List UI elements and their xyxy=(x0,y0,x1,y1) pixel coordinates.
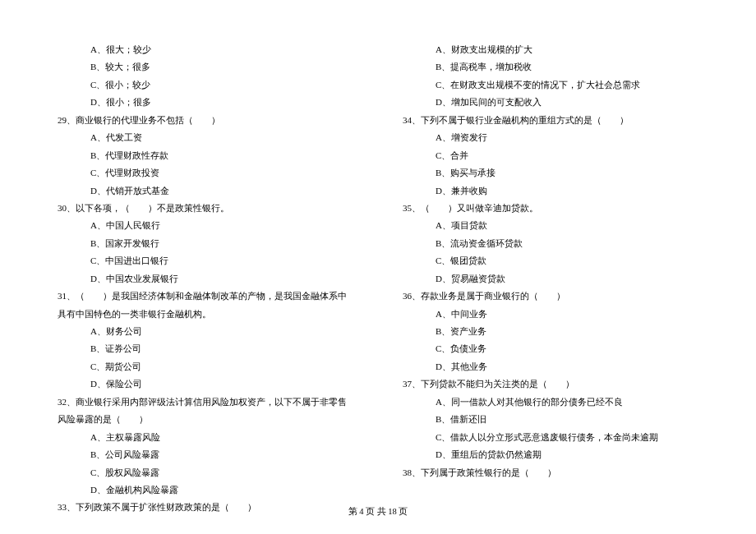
q32-option-b: B、公司风险暴露 xyxy=(58,446,353,463)
right-column: A、财政支出规模的扩大 B、提高税率，增加税收 C、在财政支出规模不变的情况下，… xyxy=(403,41,698,517)
q28-option-d: D、很小；很多 xyxy=(58,94,353,111)
q28-option-b: B、较大；很多 xyxy=(58,58,353,76)
q36-option-d: D、其他业务 xyxy=(403,358,698,375)
q31-option-a: A、财务公司 xyxy=(58,323,353,340)
q34-stem: 34、下列不属于银行业金融机构的重组方式的是（ ） xyxy=(403,112,698,129)
q29-stem: 29、商业银行的代理业务不包括（ ） xyxy=(58,112,353,129)
content-columns: A、很大；较少 B、较大；很多 C、很小；较少 D、很小；很多 29、商业银行的… xyxy=(58,41,698,517)
q31-option-d: D、保险公司 xyxy=(58,375,353,393)
q31-option-b: B、证券公司 xyxy=(58,340,353,357)
q34-option-a: A、增资发行 xyxy=(403,129,698,146)
q30-option-c: C、中国进出口银行 xyxy=(58,252,353,269)
q33-option-a: A、财政支出规模的扩大 xyxy=(403,41,698,58)
q28-option-c: C、很小；较少 xyxy=(58,76,353,94)
q30-stem: 30、以下各项，（ ）不是政策性银行。 xyxy=(58,200,353,217)
q29-option-b: B、代理财政性存款 xyxy=(58,147,353,164)
q36-option-c: C、负债业务 xyxy=(403,340,698,357)
q35-option-b: B、流动资金循环贷款 xyxy=(403,235,698,252)
q30-option-a: A、中国人民银行 xyxy=(58,217,353,234)
q29-option-c: C、代理财政投资 xyxy=(58,164,353,182)
q37-option-d: D、重组后的贷款仍然逾期 xyxy=(403,446,698,463)
q37-option-b: B、借新还旧 xyxy=(403,411,698,428)
q36-option-b: B、资产业务 xyxy=(403,323,698,340)
q35-option-a: A、项目贷款 xyxy=(403,217,698,234)
q32-stem: 32、商业银行采用内部评级法计算信用风险加权资产，以下不属于非零售风险暴露的是（… xyxy=(58,394,353,429)
q32-option-d: D、金融机构风险暴露 xyxy=(58,481,353,499)
q34-option-b: B、购买与承接 xyxy=(403,164,698,182)
q35-stem: 35、（ ）又叫做辛迪加贷款。 xyxy=(403,200,698,217)
q35-option-d: D、贸易融资贷款 xyxy=(403,270,698,288)
q36-stem: 36、存款业务是属于商业银行的（ ） xyxy=(403,288,698,305)
q32-option-a: A、主权暴露风险 xyxy=(58,429,353,446)
q31-stem: 31、（ ）是我国经济体制和金融体制改革的产物，是我国金融体系中具有中国特色的一… xyxy=(58,288,353,323)
q30-option-d: D、中国农业发展银行 xyxy=(58,270,353,288)
q36-option-a: A、中间业务 xyxy=(403,306,698,323)
q37-option-c: C、借款人以分立形式恶意逃废银行债务，本金尚未逾期 xyxy=(403,429,698,446)
q37-stem: 37、下列贷款不能归为关注类的是（ ） xyxy=(403,375,698,393)
q30-option-b: B、国家开发银行 xyxy=(58,235,353,252)
left-column: A、很大；较少 B、较大；很多 C、很小；较少 D、很小；很多 29、商业银行的… xyxy=(58,41,353,517)
q35-option-c: C、银团贷款 xyxy=(403,252,698,269)
q38-stem: 38、下列属于政策性银行的是（ ） xyxy=(403,464,698,481)
q29-option-d: D、代销开放式基金 xyxy=(58,182,353,200)
q29-option-a: A、代发工资 xyxy=(58,129,353,146)
q34-option-c: C、合并 xyxy=(403,147,698,164)
q28-option-a: A、很大；较少 xyxy=(58,41,353,58)
q31-option-c: C、期货公司 xyxy=(58,358,353,375)
q33-option-b: B、提高税率，增加税收 xyxy=(403,58,698,76)
q33-option-c: C、在财政支出规模不变的情况下，扩大社会总需求 xyxy=(403,76,698,94)
q32-option-c: C、股权风险暴露 xyxy=(58,464,353,481)
q34-option-d: D、兼并收购 xyxy=(403,182,698,200)
q33-option-d: D、增加民间的可支配收入 xyxy=(403,94,698,111)
page-footer: 第 4 页 共 18 页 xyxy=(0,506,756,518)
q37-option-a: A、同一借款人对其他银行的部分债务已经不良 xyxy=(403,394,698,411)
